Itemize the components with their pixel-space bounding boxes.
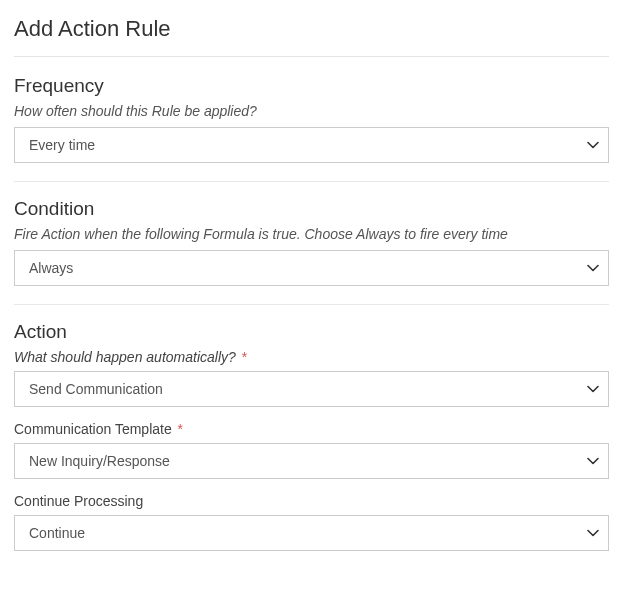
communication-template-select-wrap: New Inquiry/Response xyxy=(14,443,609,479)
frequency-select-wrap: Every time xyxy=(14,127,609,163)
frequency-section: Frequency How often should this Rule be … xyxy=(14,75,609,163)
divider xyxy=(14,181,609,182)
continue-processing-label: Continue Processing xyxy=(14,493,609,509)
condition-help-text: Fire Action when the following Formula i… xyxy=(14,226,609,242)
communication-template-label-text: Communication Template xyxy=(14,421,172,437)
required-asterisk: * xyxy=(178,421,183,437)
condition-select[interactable]: Always xyxy=(14,250,609,286)
action-type-label-text: What should happen automatically? xyxy=(14,349,236,365)
action-section: Action What should happen automatically?… xyxy=(14,321,609,551)
frequency-select[interactable]: Every time xyxy=(14,127,609,163)
continue-processing-select-wrap: Continue xyxy=(14,515,609,551)
action-type-select-wrap: Send Communication xyxy=(14,371,609,407)
continue-processing-select[interactable]: Continue xyxy=(14,515,609,551)
condition-heading: Condition xyxy=(14,198,609,220)
action-type-label: What should happen automatically? * xyxy=(14,349,609,365)
communication-template-label: Communication Template * xyxy=(14,421,609,437)
condition-section: Condition Fire Action when the following… xyxy=(14,198,609,286)
condition-select-wrap: Always xyxy=(14,250,609,286)
frequency-help-text: How often should this Rule be applied? xyxy=(14,103,609,119)
action-type-select[interactable]: Send Communication xyxy=(14,371,609,407)
required-asterisk: * xyxy=(242,349,247,365)
divider xyxy=(14,304,609,305)
communication-template-select[interactable]: New Inquiry/Response xyxy=(14,443,609,479)
frequency-heading: Frequency xyxy=(14,75,609,97)
page-title: Add Action Rule xyxy=(14,16,609,57)
action-heading: Action xyxy=(14,321,609,343)
